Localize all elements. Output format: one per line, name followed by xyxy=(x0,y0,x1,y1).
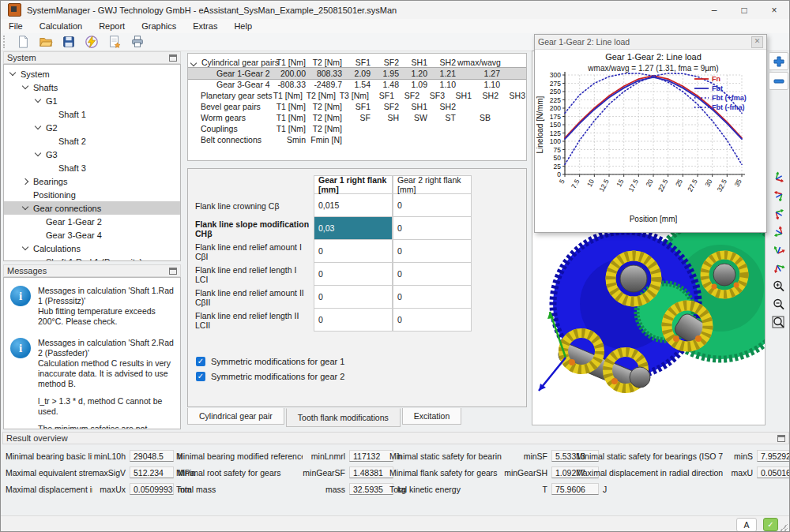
gear-data-row-gear-1-gear-2[interactable]: Gear 1-Gear 2200.00808.332.091.951.201.2… xyxy=(188,68,526,79)
zoom-fit-icon[interactable] xyxy=(769,314,788,331)
expander-down-icon[interactable] xyxy=(35,123,41,129)
tree-item-positioning[interactable]: Positioning xyxy=(4,188,180,201)
print-icon[interactable] xyxy=(127,34,148,50)
menu-item-graphics[interactable]: Graphics xyxy=(141,21,176,31)
font-size-button[interactable]: A xyxy=(736,518,757,532)
svg-text:Fn: Fn xyxy=(712,75,720,83)
gear-group-row-belt-connections[interactable]: Belt connectionsSminFmin [N] xyxy=(188,134,526,145)
gear-group-row-couplings[interactable]: CouplingsT1 [Nm]T2 [Nm] xyxy=(188,123,526,134)
menu-item-help[interactable]: Help xyxy=(234,21,252,31)
gear-cell[interactable]: 1.48 xyxy=(372,80,401,89)
expander-down-icon[interactable] xyxy=(35,150,41,156)
resize-grip[interactable] xyxy=(780,523,788,531)
axis-view-iso1-icon[interactable] xyxy=(769,169,788,185)
zoom-out-icon[interactable] xyxy=(769,296,788,313)
status-ok-icon[interactable]: ✓ xyxy=(763,518,778,531)
menu-item-extras[interactable]: Extras xyxy=(193,21,217,31)
menu-item-file[interactable]: File xyxy=(9,21,23,31)
tree-item-bearings[interactable]: Bearings xyxy=(4,174,180,188)
save-icon[interactable] xyxy=(58,34,79,50)
gear-cell[interactable]: 1.54 xyxy=(344,80,372,89)
checkbox-row[interactable]: ✓Symmetric modifications for gear 1 xyxy=(196,357,344,366)
checkbox-checked-icon[interactable]: ✓ xyxy=(196,357,205,366)
gear-cell[interactable]: -2489.7 xyxy=(307,80,344,89)
tree-item-g3[interactable]: G3 xyxy=(4,148,180,161)
tree-item-system[interactable]: System xyxy=(4,67,180,81)
gear-cell[interactable]: -808.33 xyxy=(271,80,307,89)
flank-cell-gear1[interactable]: 0 xyxy=(314,263,393,286)
axis-view-top-icon[interactable] xyxy=(769,242,788,258)
close-button[interactable]: × xyxy=(759,2,789,19)
tree-item-shaft-2[interactable]: Shaft 2 xyxy=(4,134,180,148)
tree-item-g1[interactable]: G1 xyxy=(4,94,180,107)
expander-down-icon[interactable] xyxy=(35,96,41,103)
flank-cell-gear2[interactable]: 0 xyxy=(393,240,472,263)
float-panel-icon[interactable] xyxy=(169,268,177,275)
float-panel-icon[interactable] xyxy=(169,54,177,62)
tree-item-shaft-3[interactable]: Shaft 3 xyxy=(4,161,180,174)
gear-group-row-cylindrical-gear-pairs[interactable]: Cylindrical gear pairsT1 [Nm]T2 [Nm]SF1S… xyxy=(188,57,526,68)
add-view-icon[interactable] xyxy=(769,52,788,70)
gear-cell[interactable]: 2.09 xyxy=(344,69,372,78)
gear-cell[interactable]: 1.27 xyxy=(457,69,502,78)
menu-item-calculation[interactable]: Calculation xyxy=(40,21,82,31)
maximize-button[interactable]: □ xyxy=(729,2,759,19)
gear-data-row-gear-3-gear-4[interactable]: Gear 3-Gear 4-808.33-2489.71.541.481.091… xyxy=(188,79,526,90)
gear-group-row-worm-gears[interactable]: Worm gearsT1 [Nm]T2 [Nm]SFSHSWSTSB xyxy=(188,112,526,123)
expander-down-icon[interactable] xyxy=(22,244,28,250)
flank-cell-gear2[interactable]: 0 xyxy=(393,217,472,240)
report-icon[interactable] xyxy=(104,34,125,50)
gear-group-row-bevel-gear-pairs[interactable]: Bevel gear pairsT1 [Nm]T2 [Nm]SF1SF2SH1S… xyxy=(188,101,526,112)
remove-view-icon[interactable] xyxy=(769,72,788,90)
new-file-icon[interactable] xyxy=(13,34,33,50)
expander-right-icon[interactable] xyxy=(22,178,28,184)
flank-cell-gear1[interactable]: 0,015 xyxy=(314,194,393,217)
flank-cell-gear2[interactable]: 0 xyxy=(393,263,472,286)
tree-item-gear-3-gear-4[interactable]: Gear 3-Gear 4 xyxy=(4,228,180,242)
axis-view-front-icon[interactable] xyxy=(769,205,788,222)
flank-cell-gear1[interactable]: 0,03 xyxy=(314,217,393,240)
chart-close-icon[interactable]: ✕ xyxy=(751,36,763,48)
expander-down-icon[interactable] xyxy=(190,60,197,66)
gear-cell[interactable]: 1.09 xyxy=(401,80,429,89)
tree-item-calculations[interactable]: Calculations xyxy=(4,242,180,255)
tree-item-shaft-1-rad-1-presssitz-[interactable]: Shaft 1.Rad 1 (Presssitz) xyxy=(4,255,180,261)
open-file-icon[interactable] xyxy=(36,34,56,50)
tab-tooth-flank-modifications[interactable]: Tooth flank modifications xyxy=(286,408,401,427)
float-panel-icon[interactable] xyxy=(777,435,785,442)
chart-window-titlebar[interactable]: Gear 1-Gear 2: Line load ✕ xyxy=(535,35,766,50)
tree-item-shafts[interactable]: Shafts xyxy=(4,81,180,94)
axis-view-iso2-icon[interactable] xyxy=(769,187,788,204)
gear-cell[interactable]: 1.10 xyxy=(429,80,457,89)
flank-cell-gear1[interactable]: 0 xyxy=(314,240,393,263)
flank-cell-gear2[interactable]: 0 xyxy=(393,194,472,217)
expander-down-icon[interactable] xyxy=(22,204,28,210)
checkbox-checked-icon[interactable]: ✓ xyxy=(196,372,205,381)
tab-excitation[interactable]: Excitation xyxy=(402,408,462,425)
tab-cylindrical-gear-pair[interactable]: Cylindrical gear pair xyxy=(187,408,284,425)
gear-cell[interactable]: 1.95 xyxy=(372,69,401,78)
checkbox-row[interactable]: ✓Symmetric modifications for gear 2 xyxy=(196,372,344,381)
gear-cell[interactable]: 1.20 xyxy=(401,69,429,78)
gear-cell[interactable]: 1.21 xyxy=(429,69,457,78)
gear-cell[interactable]: 1.10 xyxy=(457,80,502,89)
tree-item-gear-connections[interactable]: Gear connections xyxy=(4,201,180,215)
axis-view-back-icon[interactable] xyxy=(769,260,788,276)
flank-cell-gear2[interactable]: 0 xyxy=(393,286,472,309)
gear-cell[interactable]: 200.00 xyxy=(271,69,307,78)
gear-cell[interactable]: 808.33 xyxy=(307,69,344,78)
tree-item-gear-1-gear-2[interactable]: Gear 1-Gear 2 xyxy=(4,215,180,228)
expander-down-icon[interactable] xyxy=(9,69,16,76)
tree-item-g2[interactable]: G2 xyxy=(4,121,180,134)
gear-group-row-planetary-gear-sets[interactable]: Planetary gear setsT1 [Nm]T2 [Nm]T3 [Nm]… xyxy=(188,90,526,101)
flank-cell-gear2[interactable]: 0 xyxy=(393,309,472,332)
axis-view-side-icon[interactable] xyxy=(769,223,788,240)
expander-down-icon[interactable] xyxy=(22,83,28,89)
minimize-button[interactable]: – xyxy=(699,2,729,19)
calculate-lightning-icon[interactable] xyxy=(81,34,102,50)
flank-cell-gear1[interactable]: 0 xyxy=(314,286,393,309)
zoom-in-icon[interactable] xyxy=(769,278,788,294)
menu-item-report[interactable]: Report xyxy=(99,21,125,31)
flank-cell-gear1[interactable]: 0 xyxy=(314,309,393,332)
tree-item-shaft-1[interactable]: Shaft 1 xyxy=(4,107,180,121)
